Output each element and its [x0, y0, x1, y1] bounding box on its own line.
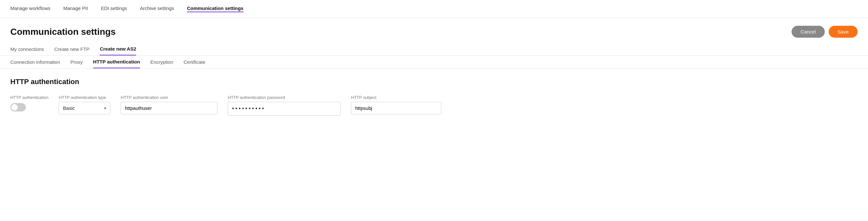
subject-label: HTTP subject: [351, 95, 441, 100]
sub-tab-create-new-ftp[interactable]: Create new FTP: [54, 43, 89, 55]
section-title: HTTP authentication: [10, 78, 858, 86]
auth-type-dropdown[interactable]: Basic ▾: [59, 102, 110, 114]
http-auth-user-input[interactable]: [121, 102, 217, 114]
section-tab-connection-information[interactable]: Connection information: [10, 56, 60, 68]
http-subject-input[interactable]: [351, 102, 441, 114]
section-tab-certificate[interactable]: Certificate: [184, 56, 206, 68]
top-nav-item-manage-pii[interactable]: Manage PII: [63, 5, 88, 12]
password-field-wrapper: HTTP authentication password: [228, 95, 341, 116]
dropdown-label: HTTP authentication type: [59, 95, 110, 100]
subject-field-wrapper: HTTP subject: [351, 95, 441, 114]
sub-tab-create-new-as2[interactable]: Create new AS2: [100, 43, 136, 56]
sub-tabs: My connectionsCreate new FTPCreate new A…: [0, 43, 868, 56]
content-area: HTTP authentication HTTP authentication …: [0, 69, 868, 125]
password-label: HTTP authentication password: [228, 95, 341, 100]
toggle-label: HTTP authentication: [10, 95, 49, 100]
section-tab-encryption[interactable]: Encryption: [150, 56, 173, 68]
dropdown-value: Basic: [63, 105, 75, 111]
user-field-wrapper: HTTP authentication user: [121, 95, 217, 114]
chevron-down-icon: ▾: [104, 106, 106, 110]
top-nav-item-manage-workflows[interactable]: Manage workflows: [10, 5, 50, 12]
page-header: Communication settings Cancel Save: [0, 18, 868, 43]
dropdown-wrapper: HTTP authentication type Basic ▾: [59, 95, 110, 114]
cancel-button[interactable]: Cancel: [792, 26, 825, 38]
toggle-wrapper: HTTP authentication: [10, 95, 49, 111]
save-button[interactable]: Save: [829, 26, 858, 38]
section-tabs: Connection informationProxyHTTP authenti…: [0, 56, 868, 69]
page-title: Communication settings: [10, 27, 116, 37]
http-auth-password-input[interactable]: [228, 102, 341, 116]
user-label: HTTP authentication user: [121, 95, 217, 100]
http-auth-toggle[interactable]: [10, 103, 26, 111]
form-row: HTTP authentication HTTP authentication …: [10, 95, 858, 116]
section-tab-proxy[interactable]: Proxy: [70, 56, 83, 68]
top-navigation: Manage workflowsManage PIIEDI settingsAr…: [0, 0, 868, 18]
sub-tab-my-connections[interactable]: My connections: [10, 43, 44, 55]
top-nav-item-communication-settings[interactable]: Communication settings: [187, 5, 244, 12]
top-nav-item-archive-settings[interactable]: Archive settings: [140, 5, 174, 12]
top-nav-item-edi-settings[interactable]: EDI settings: [101, 5, 127, 12]
header-actions: Cancel Save: [792, 26, 858, 38]
section-tab-http-authentication[interactable]: HTTP authentication: [93, 56, 140, 68]
